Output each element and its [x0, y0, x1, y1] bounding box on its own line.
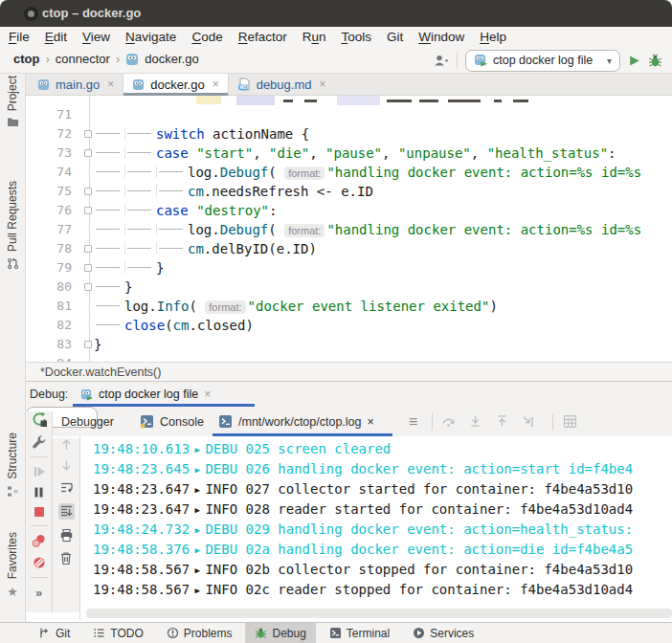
- log-level: DEBU 025: [205, 441, 278, 456]
- log-file-icon: [218, 414, 233, 429]
- menu-file[interactable]: File: [9, 30, 30, 44]
- mute-breakpoints-icon[interactable]: [33, 556, 46, 569]
- step-into-icon[interactable]: [468, 407, 482, 436]
- log-arrow-icon: ▶: [190, 586, 205, 595]
- print-icon[interactable]: [59, 528, 74, 543]
- tab-whitespace: [124, 261, 156, 274]
- breadcrumb-package[interactable]: connector: [56, 52, 110, 66]
- tab-whitespace: [124, 223, 156, 235]
- menu-hamburger-icon[interactable]: ≡: [409, 407, 417, 436]
- close-icon[interactable]: ×: [319, 78, 325, 91]
- run-config-select[interactable]: ctop docker log file ▾: [465, 50, 620, 72]
- menu-navigate[interactable]: Navigate: [125, 30, 176, 44]
- problems-icon: [167, 627, 179, 639]
- stop-icon[interactable]: [34, 506, 45, 518]
- user-icon[interactable]: [434, 55, 449, 67]
- menu-git[interactable]: Git: [387, 30, 403, 44]
- sidebar-item-structure[interactable]: Structure: [0, 432, 25, 498]
- step-over-icon[interactable]: [441, 407, 456, 436]
- close-icon[interactable]: ×: [368, 415, 374, 429]
- menu-help[interactable]: Help: [480, 30, 506, 44]
- menu-code[interactable]: Code: [191, 30, 222, 44]
- log-line: 19:48:23.645 ▶ DEBU 026 handling docker …: [93, 459, 672, 479]
- debug-panel-label: Debug:: [30, 388, 68, 401]
- close-icon[interactable]: ×: [204, 388, 211, 401]
- up-arrow-icon[interactable]: [60, 438, 73, 451]
- menu-view[interactable]: View: [82, 30, 110, 44]
- statusbar-todo[interactable]: TODO: [83, 623, 152, 643]
- debug-session-tab[interactable]: ctop docker log file ×: [73, 384, 218, 405]
- close-icon[interactable]: ×: [107, 78, 114, 91]
- scroll-to-end-icon[interactable]: [58, 503, 75, 520]
- soft-wrap-icon[interactable]: [59, 480, 74, 495]
- more-icon[interactable]: »: [35, 586, 42, 600]
- clear-icon[interactable]: [59, 551, 73, 565]
- sidebar-item-favorites[interactable]: Favorites ★: [0, 532, 25, 599]
- statusbar-services[interactable]: Services: [403, 623, 483, 643]
- log-line: 19:48:10.613 ▶ DEBU 025 screen cleared: [93, 439, 672, 459]
- fold-icon[interactable]: [84, 188, 92, 195]
- resume-icon[interactable]: [33, 465, 46, 478]
- step-out-icon[interactable]: [495, 407, 509, 436]
- tab-whitespace: [156, 166, 188, 178]
- log-arrow-icon: ▶: [190, 465, 205, 475]
- layout-grid-icon[interactable]: [563, 407, 577, 436]
- fold-icon[interactable]: [84, 130, 92, 138]
- tab-whitespace: [156, 185, 188, 197]
- fold-icon[interactable]: [84, 149, 92, 157]
- tab-whitespace: [94, 299, 124, 312]
- horizontal-scrollbar[interactable]: [86, 609, 672, 618]
- menu-tools[interactable]: Tools: [341, 30, 371, 44]
- menu-edit[interactable]: Edit: [45, 30, 67, 44]
- debug-icon[interactable]: [648, 54, 662, 68]
- code-line-83: 83}: [26, 335, 672, 354]
- tab-debugger[interactable]: Debugger: [61, 407, 114, 436]
- favorites-label: Favorites: [6, 532, 19, 579]
- tab-console[interactable]: Console: [140, 407, 204, 436]
- project-label: Project: [6, 76, 19, 111]
- log-console-output[interactable]: 19:48:10.613 ▶ DEBU 025 screen cleared19…: [79, 436, 672, 620]
- code-editor[interactable]: 7172switch actionName {73case "start", "…: [26, 96, 672, 362]
- rerun-icon[interactable]: [32, 411, 47, 427]
- settings-wrench-icon[interactable]: [32, 434, 46, 449]
- tab-log-file[interactable]: /mnt/work/ctop/ctop.log ×: [218, 407, 374, 436]
- fold-icon[interactable]: [84, 264, 92, 272]
- run-icon[interactable]: [628, 55, 640, 67]
- window-menu-icon[interactable]: [24, 7, 38, 21]
- run-to-cursor-icon[interactable]: [522, 407, 536, 436]
- menu-refactor[interactable]: Refactor: [238, 30, 287, 44]
- tab-whitespace: [94, 242, 124, 255]
- log-line: 19:48:58.376 ▶ DEBU 02a handling docker …: [93, 540, 672, 560]
- breadcrumb-project[interactable]: ctop: [13, 52, 39, 66]
- close-icon[interactable]: ×: [213, 78, 219, 91]
- tab-docker-go[interactable]: docker.go ×: [123, 74, 228, 95]
- clipped-line-fragment: [196, 96, 221, 104]
- sidebar-item-pull-requests[interactable]: Pull Requests: [0, 181, 25, 270]
- down-arrow-icon[interactable]: [60, 459, 73, 472]
- breadcrumb-file[interactable]: docker.go: [145, 52, 198, 66]
- line-number: 83: [26, 335, 72, 354]
- statusbar-terminal[interactable]: Terminal: [320, 623, 399, 643]
- tab-debug-md[interactable]: MD debug.md ×: [229, 74, 335, 95]
- fold-icon[interactable]: [84, 283, 92, 291]
- menu-run[interactable]: Run: [302, 30, 326, 44]
- pause-icon[interactable]: [33, 486, 45, 499]
- code-line-82: 82close(cm.closed): [26, 316, 672, 335]
- tab-main-go[interactable]: main.go ×: [29, 74, 123, 95]
- fold-icon[interactable]: [84, 245, 92, 253]
- sidebar-item-project[interactable]: Project: [0, 76, 25, 127]
- fold-icon[interactable]: [84, 207, 92, 214]
- menu-window[interactable]: Window: [418, 30, 464, 44]
- code-line-79: 79}: [26, 258, 672, 277]
- log-level: INFO 028: [205, 501, 278, 517]
- statusbar-git[interactable]: Git: [29, 623, 79, 643]
- fold-icon[interactable]: [84, 341, 92, 348]
- statusbar-problems[interactable]: Problems: [157, 623, 242, 643]
- toolbar-divider: [432, 413, 433, 431]
- context-breadcrumb[interactable]: *Docker.watchEvents(): [40, 366, 161, 379]
- code-line-80: 80}: [26, 277, 672, 297]
- statusbar-debug[interactable]: Debug: [245, 623, 315, 643]
- tab-whitespace: [124, 242, 156, 255]
- view-breakpoints-icon[interactable]: [32, 534, 46, 548]
- code-text: case "destroy":: [94, 201, 277, 220]
